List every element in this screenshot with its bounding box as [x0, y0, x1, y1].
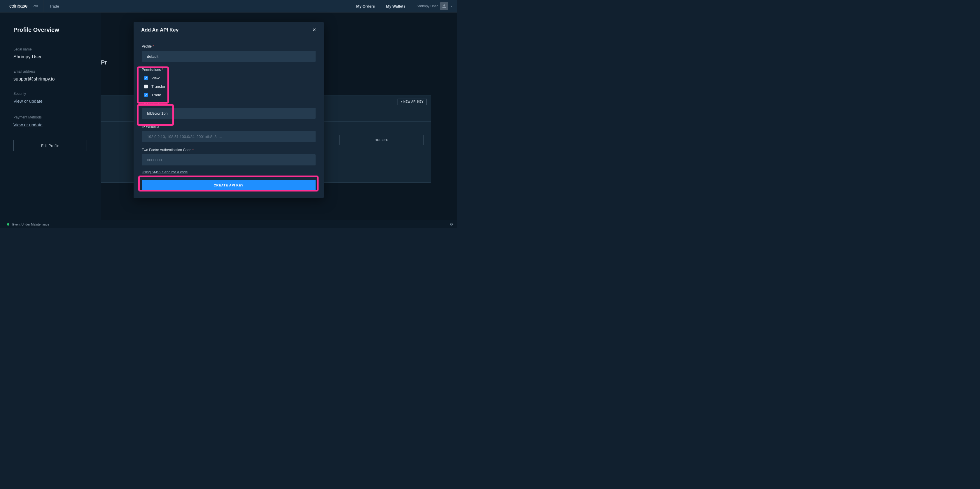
legal-name-value: Shrimpy User	[13, 54, 87, 59]
profile-select[interactable]	[142, 51, 316, 62]
payment-methods-link[interactable]: View or update	[13, 122, 43, 127]
close-icon[interactable]: ✕	[312, 27, 316, 33]
payment-methods-label: Payment Methods	[13, 115, 87, 119]
permission-view-label: View	[151, 76, 159, 80]
logo-sub: Pro	[32, 4, 38, 8]
profile-label: Profile *	[142, 45, 316, 48]
gear-icon[interactable]: ⚙	[450, 222, 453, 226]
status-text: Event Under Maintenance	[12, 223, 49, 226]
delete-button[interactable]: DELETE	[339, 135, 424, 145]
ip-whitelist-label: IP Whitelist	[142, 124, 316, 129]
checkbox-view-icon: ✓	[144, 76, 148, 80]
edit-profile-button[interactable]: Edit Profile	[13, 140, 87, 151]
top-nav: coinbase Pro Trade My Orders My Wallets …	[0, 0, 457, 13]
nav-my-orders[interactable]: My Orders	[356, 4, 375, 8]
email-label: Email address	[13, 69, 87, 73]
page-title-obscured: Pr	[101, 59, 107, 66]
create-api-key-button[interactable]: CREATE API KEY	[142, 180, 316, 191]
add-api-key-modal: Add An API Key ✕ Profile * Permissions *…	[134, 22, 324, 198]
modal-title: Add An API Key	[141, 27, 178, 33]
logo-separator	[30, 3, 30, 9]
tfa-label: Two Factor Authentication Code *	[142, 148, 316, 152]
permission-transfer-label: Transfer	[151, 84, 165, 89]
permission-view-row[interactable]: ✓ View	[144, 76, 316, 80]
nav-my-wallets[interactable]: My Wallets	[386, 4, 406, 8]
logo[interactable]: coinbase Pro	[0, 0, 43, 12]
security-link[interactable]: View or update	[13, 99, 43, 104]
avatar	[440, 2, 448, 10]
passphrase-label: Passphrase	[142, 101, 316, 105]
permission-trade-label: Trade	[151, 93, 161, 97]
security-label: Security	[13, 92, 87, 96]
email-value: support@shrimpy.io	[13, 76, 87, 82]
sms-send-code-link[interactable]: Using SMS? Send me a code	[142, 170, 188, 174]
sidebar-title: Profile Overview	[13, 27, 87, 33]
chevron-down-icon: ▾	[450, 5, 452, 8]
permission-trade-row[interactable]: ✓ Trade	[144, 93, 316, 97]
permissions-label: Permissions *	[142, 68, 316, 72]
nav-trade[interactable]: Trade	[43, 0, 65, 12]
new-api-key-button[interactable]: + NEW API KEY	[398, 99, 427, 105]
user-menu[interactable]: Shrimpy User ▾	[417, 2, 452, 10]
legal-name-label: Legal name	[13, 47, 87, 51]
ip-whitelist-input[interactable]	[142, 131, 316, 142]
username: Shrimpy User	[417, 4, 438, 8]
permission-transfer-row[interactable]: Transfer	[144, 84, 316, 89]
checkbox-transfer-icon	[144, 84, 148, 88]
sidebar: Profile Overview Legal name Shrimpy User…	[0, 13, 100, 220]
passphrase-input[interactable]	[142, 108, 316, 119]
status-bar: Event Under Maintenance ⚙	[0, 220, 457, 228]
tfa-input[interactable]	[142, 155, 316, 166]
status-dot-icon	[7, 223, 10, 226]
logo-main: coinbase	[10, 3, 27, 9]
checkbox-trade-icon: ✓	[144, 93, 148, 97]
